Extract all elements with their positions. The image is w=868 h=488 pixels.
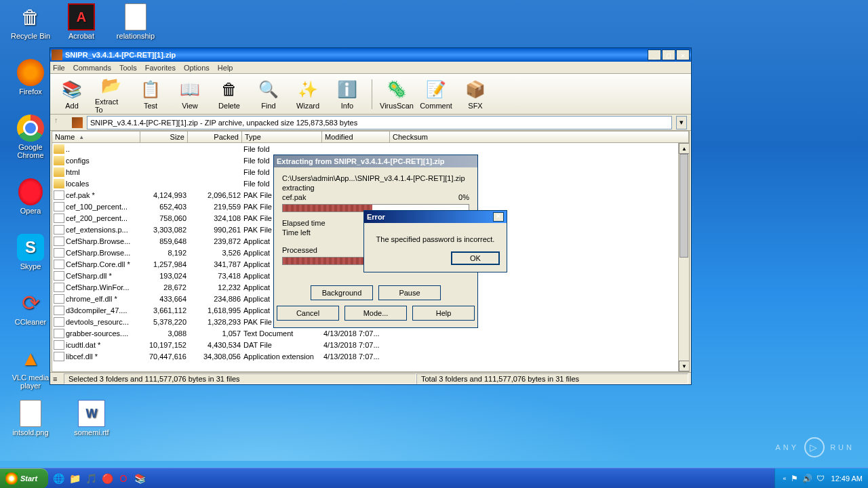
path-input[interactable]: SNIPR_v3.4.1.4-[PC-RET][1].zip - ZIP arc…: [87, 116, 672, 129]
extract-file: cef.pak: [282, 193, 306, 201]
elapsed-label: Elapsed time: [282, 219, 326, 227]
ie-icon[interactable]: 🌐: [51, 471, 66, 486]
status-selected: Selected 3 folders and 111,577,076 bytes…: [64, 373, 416, 384]
col-packed[interactable]: Packed: [188, 131, 242, 142]
col-modified[interactable]: Modified: [322, 131, 390, 142]
background-button[interactable]: Background: [311, 285, 373, 300]
error-titlebar[interactable]: Error ✕: [364, 211, 507, 223]
find-button[interactable]: 🔍Find: [251, 77, 286, 111]
firefox-icon[interactable]: Firefox: [7, 59, 54, 96]
system-tray: « ⚑ 🔊 🛡 12:49 AM: [774, 468, 869, 489]
maximize-button[interactable]: □: [662, 49, 675, 60]
toolbar: 📚Add 📂Extract To 📋Test 📖View 🗑Delete 🔍Fi…: [50, 74, 691, 115]
scroll-down-button[interactable]: ▼: [679, 361, 690, 371]
shield-icon[interactable]: 🛡: [816, 474, 825, 483]
relationship-file-icon[interactable]: relationship: [112, 3, 159, 40]
quick-launch: 🌐 📁 🎵 🔴 O 📚: [51, 471, 147, 486]
vlc-icon[interactable]: ▲VLC media player: [7, 345, 54, 390]
menu-help[interactable]: Help: [218, 64, 233, 72]
menu-favorites[interactable]: Favorites: [145, 64, 176, 72]
file-row[interactable]: icudtl.dat *10,197,1524,430,534DAT File4…: [52, 339, 689, 350]
view-button[interactable]: 📖View: [172, 77, 208, 111]
delete-button[interactable]: 🗑Delete: [212, 77, 247, 111]
file-row[interactable]: libcef.dll *70,447,61634,308,056Applicat…: [52, 350, 689, 362]
col-type[interactable]: Type: [242, 131, 322, 142]
tray-expand-button[interactable]: «: [783, 475, 787, 482]
scroll-thumb[interactable]: [679, 154, 688, 258]
info-button[interactable]: ℹ️Info: [330, 77, 365, 111]
comment-button[interactable]: 📝Comment: [418, 77, 454, 111]
anyrun-watermark: ANY RUN: [776, 437, 854, 458]
menubar: File Commands Tools Favorites Options He…: [50, 62, 691, 74]
titlebar[interactable]: SNIPR_v3.4.1.4-[PC-RET][1].zip _ □ ✕: [50, 48, 691, 62]
info-circle-icon: ℹ️: [336, 79, 358, 100]
dialog-titlebar[interactable]: Extracting from SNIPR_v3.4.1.4-[PC-RET][…: [274, 155, 477, 167]
file-icon: [54, 202, 64, 211]
cancel-button[interactable]: Cancel: [277, 306, 339, 321]
clock[interactable]: 12:49 AM: [829, 474, 863, 483]
menu-commands[interactable]: Commands: [73, 64, 111, 72]
file-icon: [54, 283, 64, 292]
vertical-scrollbar[interactable]: ▲ ▼: [678, 143, 689, 371]
trash-icon: 🗑: [218, 79, 240, 100]
sfx-button[interactable]: 📦SFX: [458, 77, 493, 111]
chrome-taskbar-icon[interactable]: 🔴: [100, 471, 115, 486]
menu-file[interactable]: File: [53, 64, 65, 72]
opera-icon[interactable]: Opera: [7, 178, 54, 215]
recycle-bin-icon[interactable]: Recycle Bin: [7, 3, 54, 40]
col-size[interactable]: Size: [140, 131, 188, 142]
media-player-icon[interactable]: 🎵: [83, 471, 98, 486]
windows-logo-icon: [5, 472, 18, 485]
up-button[interactable]: ↑: [54, 116, 68, 129]
label: Acrobat: [68, 32, 94, 40]
file-icon: [54, 271, 64, 281]
volume-icon[interactable]: 🔊: [802, 474, 812, 483]
close-button[interactable]: ✕: [676, 49, 690, 60]
help-button[interactable]: Help: [412, 306, 475, 321]
somemi-file-icon[interactable]: somemi.rtf: [68, 400, 115, 436]
wizard-button[interactable]: ✨Wizard: [290, 77, 326, 111]
chrome-icon[interactable]: Google Chrome: [7, 115, 54, 159]
ccleaner-icon[interactable]: ⟳CCleaner: [7, 289, 54, 326]
scroll-up-button[interactable]: ▲: [679, 143, 690, 154]
archive-icon: [72, 117, 83, 128]
pause-button[interactable]: Pause: [378, 285, 441, 300]
flag-icon[interactable]: ⚑: [791, 474, 798, 483]
extract-to-button[interactable]: 📂Extract To: [94, 73, 129, 115]
error-close-button[interactable]: ✕: [493, 212, 504, 222]
menu-tools[interactable]: Tools: [119, 64, 137, 72]
wand-icon: ✨: [297, 79, 319, 100]
explorer-icon[interactable]: 📁: [67, 471, 82, 486]
file-icon: [54, 352, 64, 361]
label: intsold.png: [12, 428, 48, 436]
desktop-icon-column: Recycle Bin Firefox Google Chrome Opera …: [7, 3, 54, 390]
test-button[interactable]: 📋Test: [133, 77, 168, 111]
add-button[interactable]: 📚Add: [54, 77, 90, 111]
file-row[interactable]: grabber-sources....3,0881,057Text Docume…: [52, 327, 689, 339]
sort-asc-icon: ▲: [79, 134, 84, 140]
file-row[interactable]: ..File fold: [52, 143, 689, 155]
winrar-taskbar-icon[interactable]: 📚: [132, 471, 147, 486]
path-dropdown-button[interactable]: ▾: [676, 116, 687, 129]
file-icon: [54, 329, 64, 338]
label: Firefox: [19, 87, 42, 96]
extract-path: C:\Users\admin\App...\SNIPR_v3.4.1.4-[PC…: [282, 174, 469, 182]
acrobat-icon[interactable]: AAcrobat: [58, 3, 105, 40]
virusscan-button[interactable]: 🦠VirusScan: [379, 77, 414, 111]
extract-action: extracting: [282, 184, 469, 192]
pathbar: ↑ SNIPR_v3.4.1.4-[PC-RET][1].zip - ZIP a…: [50, 115, 691, 131]
watermark-text2: RUN: [830, 443, 854, 451]
opera-taskbar-icon[interactable]: O: [116, 471, 131, 486]
intsold-file-icon[interactable]: intsold.png: [7, 400, 54, 436]
skype-icon[interactable]: SSkype: [7, 234, 54, 270]
menu-options[interactable]: Options: [184, 64, 210, 72]
start-button[interactable]: Start: [0, 468, 48, 489]
timeleft-label: Time left: [282, 228, 311, 237]
error-ok-button[interactable]: OK: [451, 251, 500, 265]
col-name[interactable]: Name▲: [52, 131, 140, 142]
mode-button[interactable]: Mode...: [344, 306, 407, 321]
extract-percent: 0%: [458, 193, 469, 201]
minimize-button[interactable]: _: [648, 49, 661, 60]
desktop-icon-row3: intsold.png somemi.rtf: [7, 400, 115, 436]
col-checksum[interactable]: Checksum: [390, 131, 689, 142]
